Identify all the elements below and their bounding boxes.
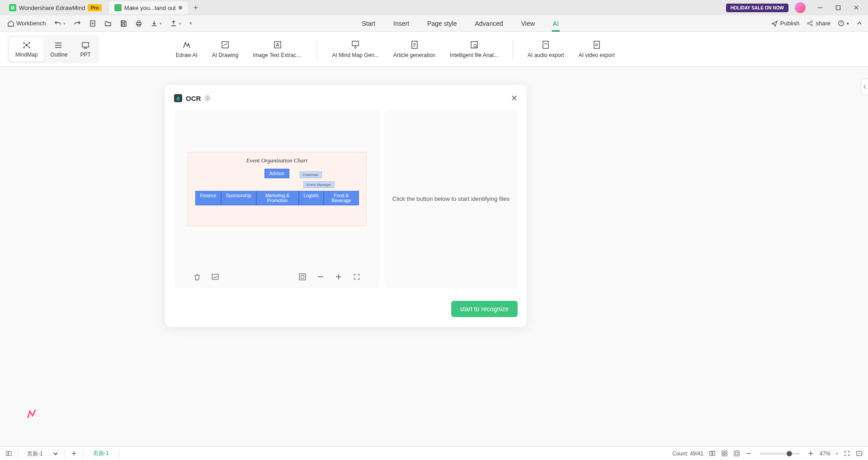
save-button[interactable] bbox=[118, 18, 129, 29]
add-page-button[interactable] bbox=[71, 450, 77, 457]
more-options-button[interactable]: ▾ bbox=[188, 19, 194, 28]
publish-button[interactable]: Publish bbox=[771, 20, 800, 27]
workbench-button[interactable]: Workbench bbox=[5, 18, 48, 29]
svg-rect-66 bbox=[736, 452, 738, 455]
delete-image-button[interactable] bbox=[193, 273, 201, 281]
folder-icon bbox=[104, 20, 112, 27]
image-text-extraction-button[interactable]: AImage Text Extracti... bbox=[253, 40, 302, 58]
menu-insert[interactable]: Insert bbox=[392, 16, 410, 31]
open-file-button[interactable] bbox=[103, 18, 113, 29]
ocr-info-icon: i bbox=[204, 95, 211, 101]
import-button[interactable]: ▾ bbox=[168, 18, 183, 29]
zoom-out-status-button[interactable] bbox=[745, 450, 752, 457]
start-recognize-button[interactable]: start to recognize bbox=[451, 301, 518, 317]
share-button[interactable]: share bbox=[807, 20, 830, 27]
ai-mindmap-gen-button[interactable]: AI Mind Map Gen... bbox=[332, 40, 378, 58]
fit-button[interactable] bbox=[298, 273, 307, 281]
redo-button[interactable] bbox=[72, 18, 83, 29]
undo-icon bbox=[54, 20, 61, 27]
view-outline[interactable]: Outline bbox=[44, 37, 74, 62]
svg-rect-1 bbox=[836, 6, 840, 10]
grid-view-button[interactable] bbox=[721, 450, 728, 457]
zoom-in-status-button[interactable] bbox=[807, 450, 814, 457]
fullscreen-button[interactable] bbox=[353, 273, 361, 281]
preview-image[interactable]: Event Organization Chart Advisor Chairma… bbox=[188, 152, 367, 226]
book-icon bbox=[709, 450, 716, 457]
ai-ribbon: MindMap Outline PPT Edraw AI AI Drawing … bbox=[0, 32, 868, 67]
view-ppt-label: PPT bbox=[80, 52, 90, 58]
ai-drawing-button[interactable]: AI Drawing bbox=[212, 40, 239, 58]
focus-view-button[interactable] bbox=[733, 450, 740, 457]
home-icon bbox=[7, 20, 14, 27]
replace-image-button[interactable] bbox=[211, 273, 219, 281]
document-tab[interactable]: Make you...tand out bbox=[109, 1, 188, 14]
collapse-ribbon-button[interactable] bbox=[856, 20, 863, 27]
reading-view-button[interactable] bbox=[709, 450, 716, 457]
help-button[interactable]: ?▾ bbox=[838, 20, 849, 27]
user-avatar[interactable] bbox=[795, 2, 806, 13]
close-button[interactable] bbox=[848, 1, 864, 14]
zoom-thumb[interactable] bbox=[787, 451, 792, 456]
publish-icon bbox=[771, 20, 778, 27]
file-analysis-icon bbox=[469, 40, 479, 50]
article-icon bbox=[410, 40, 420, 50]
menu-view[interactable]: View bbox=[520, 16, 536, 31]
menu-page-style[interactable]: Page style bbox=[426, 16, 458, 31]
zoom-slider[interactable] bbox=[760, 453, 800, 455]
image-icon bbox=[211, 273, 219, 281]
drawing-icon bbox=[220, 40, 230, 50]
svg-point-11 bbox=[811, 21, 813, 23]
menu-tabs: Start Insert Page style Advanced View AI bbox=[361, 16, 560, 31]
menu-start[interactable]: Start bbox=[361, 16, 377, 31]
fullscreen-status-button[interactable] bbox=[844, 450, 850, 457]
ocr-close-button[interactable]: ✕ bbox=[511, 93, 518, 103]
chevron-left-icon bbox=[863, 84, 867, 90]
holiday-sale-button[interactable]: HOLIDAY SALE ON NOW bbox=[726, 4, 788, 12]
zoom-dropdown-icon[interactable]: ▾ bbox=[836, 451, 838, 456]
menu-advanced[interactable]: Advanced bbox=[474, 16, 504, 31]
page-select[interactable]: 页面-1 bbox=[24, 449, 59, 458]
article-generation-button[interactable]: Article generation bbox=[393, 40, 435, 58]
page-tab[interactable]: 页面-1 bbox=[89, 448, 113, 459]
expand-panel-button[interactable] bbox=[861, 79, 868, 95]
ai-assistant-icon[interactable] bbox=[26, 408, 37, 419]
ai-audio-export-button[interactable]: AI audio export bbox=[528, 40, 564, 58]
ai-video-export-button[interactable]: AI video export bbox=[579, 40, 615, 58]
plus-icon bbox=[71, 450, 77, 457]
canvas-area[interactable]: ⎙ OCR i ✕ Event Organization Chart Advis… bbox=[0, 67, 868, 446]
new-file-button[interactable] bbox=[87, 18, 98, 29]
svg-line-23 bbox=[27, 43, 29, 45]
print-button[interactable] bbox=[133, 18, 144, 29]
zoom-out-button[interactable] bbox=[316, 273, 325, 281]
add-tab-button[interactable]: + bbox=[189, 1, 202, 14]
trash-icon bbox=[193, 273, 201, 281]
workbench-label: Workbench bbox=[16, 20, 46, 27]
org-box-sponsorship: Sponsorship bbox=[221, 191, 256, 205]
unsaved-indicator-icon bbox=[179, 6, 182, 9]
zoom-in-button[interactable] bbox=[335, 273, 343, 281]
undo-button[interactable]: ▾ bbox=[52, 18, 67, 29]
export-button[interactable]: ▾ bbox=[149, 18, 164, 29]
page-panel-toggle[interactable] bbox=[5, 450, 12, 457]
ocr-result-panel: Click the button below to start identify… bbox=[384, 109, 518, 288]
maximize-button[interactable] bbox=[830, 1, 846, 14]
org-box-advisor: Advisor bbox=[264, 169, 289, 178]
fit-screen-button[interactable] bbox=[856, 450, 863, 457]
org-box-finance: Finance bbox=[195, 191, 222, 205]
svg-rect-65 bbox=[734, 451, 739, 456]
view-ppt[interactable]: PPT bbox=[74, 37, 97, 62]
svg-point-10 bbox=[807, 23, 809, 24]
minus-icon bbox=[745, 450, 752, 457]
svg-rect-61 bbox=[722, 451, 724, 453]
edraw-ai-button[interactable]: Edraw AI bbox=[176, 40, 198, 58]
fullscreen-icon bbox=[844, 450, 850, 457]
view-outline-label: Outline bbox=[50, 52, 67, 58]
minimize-button[interactable] bbox=[812, 1, 828, 14]
chevron-up-icon bbox=[856, 20, 863, 27]
intelligent-file-analysis-button[interactable]: Intelligent file Anal... bbox=[450, 40, 498, 58]
view-mindmap[interactable]: MindMap bbox=[9, 37, 44, 62]
svg-rect-51 bbox=[212, 274, 218, 279]
redo-icon bbox=[74, 20, 81, 27]
svg-rect-57 bbox=[6, 451, 8, 455]
menu-ai[interactable]: AI bbox=[552, 16, 560, 31]
